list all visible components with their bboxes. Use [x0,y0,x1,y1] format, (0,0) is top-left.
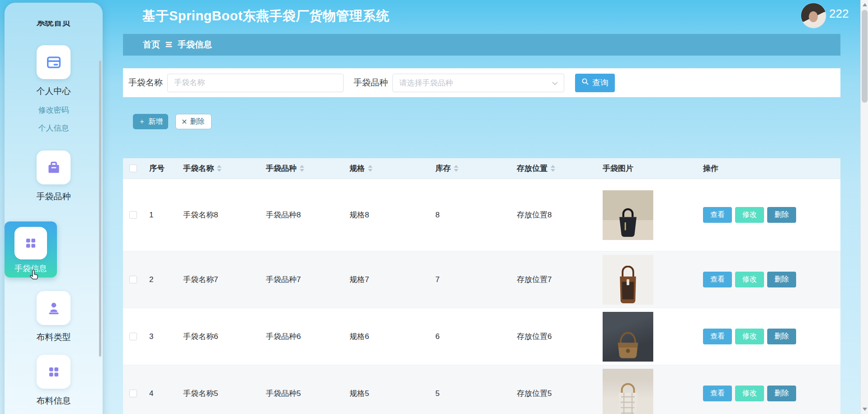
column-header-photo: 手袋图片 [596,163,697,174]
column-header-location[interactable]: 存放位置 [510,163,596,174]
sidebar-item-fabric-info[interactable]: 布料信息 [5,355,103,407]
delete-button[interactable]: 删除 [767,386,796,401]
cell-name: 手袋名称8 [177,210,259,220]
batch-delete-button[interactable]: ✕ 删除 [175,114,212,129]
select-all-checkbox[interactable] [129,165,137,172]
bag-info-table: 序号 手袋名称 手袋品种 规格 库存 存放位置 手袋图片 操作 1 手袋名称8 … [123,158,840,414]
user-avatar[interactable] [801,3,826,28]
bag-variety-label: 手袋品种 [354,77,388,89]
page-scrollbar[interactable] [860,0,868,414]
cell-spec: 规格5 [343,388,429,399]
grid-icon [37,355,71,389]
sort-carets-icon[interactable] [300,165,304,172]
sort-carets-icon[interactable] [551,165,555,172]
row-checkbox[interactable] [129,390,137,397]
magnifier-icon [581,78,589,88]
username-label[interactable]: 222 [829,7,849,21]
breadcrumb-current: 手袋信息 [178,39,212,51]
cell-variety: 手袋品种8 [259,210,343,220]
triple-bar-icon [165,40,172,50]
cell-spec: 规格6 [343,331,429,342]
sidebar-item-bag-variety[interactable]: 手袋品种 [5,151,103,202]
checkered-hobo-bag-photo[interactable] [603,369,653,414]
column-header-spec[interactable]: 规格 [343,163,429,174]
brown-tote-bag-photo[interactable] [603,255,653,305]
bag-name-label: 手袋名称 [128,77,163,89]
column-header-actions: 操作 [697,163,840,174]
edit-button[interactable]: 修改 [735,207,764,223]
view-button[interactable]: 查看 [703,272,732,287]
column-header-index: 序号 [143,163,177,174]
sidebar-item-fabric-type-label: 布料类型 [37,331,71,343]
table-row: 1 手袋名称8 手袋品种8 规格8 8 存放位置8 查看 修改 删除 [123,179,840,251]
cell-spec: 规格8 [343,210,429,220]
cell-name: 手袋名称5 [177,388,259,399]
chevron-down-icon [552,80,558,89]
cell-stock: 5 [429,389,510,398]
cell-variety: 手袋品种5 [259,388,343,399]
delete-button[interactable]: 删除 [767,329,796,344]
page-title: 基于SpringBoot东燕手袋厂货物管理系统 [142,7,389,25]
bag-variety-select-placeholder: 请选择手袋品种 [399,78,453,88]
id-card-icon [37,45,71,79]
scroll-down-icon[interactable] [863,408,867,411]
column-header-name[interactable]: 手袋名称 [177,163,259,174]
column-header-stock[interactable]: 库存 [429,163,510,174]
delete-button[interactable]: 删除 [767,207,796,223]
table-toolbar: ＋ 新增 ✕ 删除 [133,114,212,129]
table-row: 3 手袋名称6 手袋品种6 规格6 6 存放位置6 查看 修改 删除 [123,308,840,365]
sidebar-scrollbar-thumb[interactable] [99,61,101,357]
cell-stock: 8 [429,211,510,220]
sort-carets-icon[interactable] [454,165,458,172]
scrollbar-thumb[interactable] [862,10,868,103]
monogram-crossbody-bag-photo[interactable] [603,312,653,362]
sidebar-link-change-password[interactable]: 修改密码 [38,105,69,115]
cell-name: 手袋名称7 [177,274,259,285]
sidebar-item-profile[interactable]: 个人中心 修改密码 个人信息 [5,45,103,133]
delete-button[interactable]: 删除 [767,272,796,287]
grid-icon [14,227,47,259]
row-checkbox[interactable] [129,276,137,283]
cell-name: 手袋名称6 [177,331,259,342]
x-icon: ✕ [181,118,187,126]
black-handbag-on-desk-photo[interactable] [603,190,653,240]
edit-button[interactable]: 修改 [735,386,764,401]
cell-variety: 手袋品种6 [259,331,343,342]
edit-button[interactable]: 修改 [735,272,764,287]
bag-name-input[interactable] [167,74,344,92]
cell-index: 1 [143,211,177,220]
view-button[interactable]: 查看 [703,329,732,344]
sidebar-item-home-clipped[interactable]: 系统首页 [5,21,103,28]
view-button[interactable]: 查看 [703,207,732,223]
sidebar-item-profile-label: 个人中心 [37,85,71,97]
breadcrumb: 首页 手袋信息 [123,34,840,56]
filter-panel: 手袋名称 手袋品种 请选择手袋品种 查询 [123,68,840,97]
sidebar-item-bag-variety-label: 手袋品种 [37,191,71,202]
view-button[interactable]: 查看 [703,386,732,401]
scroll-up-icon[interactable] [863,3,867,6]
add-button[interactable]: ＋ 新增 [133,114,168,129]
query-button[interactable]: 查询 [575,74,615,92]
column-header-variety[interactable]: 手袋品种 [259,163,343,174]
cell-location: 存放位置6 [510,331,596,342]
sidebar: 系统首页 个人中心 修改密码 个人信息 手袋品种 手袋信息 布料类型 [5,3,103,414]
edit-button[interactable]: 修改 [735,329,764,344]
table-header-row: 序号 手袋名称 手袋品种 规格 库存 存放位置 手袋图片 操作 [123,158,840,179]
table-row: 2 手袋名称7 手袋品种7 规格7 7 存放位置7 查看 修改 删除 [123,251,840,308]
row-checkbox[interactable] [129,333,137,340]
sidebar-link-personal-info[interactable]: 个人信息 [38,123,69,133]
sidebar-item-fabric-type[interactable]: 布料类型 [5,291,103,343]
bag-variety-select[interactable]: 请选择手袋品种 [392,74,564,92]
cell-stock: 7 [429,275,510,284]
sort-carets-icon[interactable] [217,165,222,172]
briefcase-icon [37,151,71,184]
cursor-hand-icon [28,269,40,284]
breadcrumb-home[interactable]: 首页 [143,39,160,51]
cell-location: 存放位置8 [510,210,596,220]
sidebar-item-bag-info-active[interactable]: 手袋信息 [5,221,57,278]
row-checkbox[interactable] [129,211,137,219]
cell-index: 3 [143,332,177,341]
cell-index: 4 [143,389,177,398]
sort-carets-icon[interactable] [368,165,373,172]
cell-variety: 手袋品种7 [259,274,343,285]
